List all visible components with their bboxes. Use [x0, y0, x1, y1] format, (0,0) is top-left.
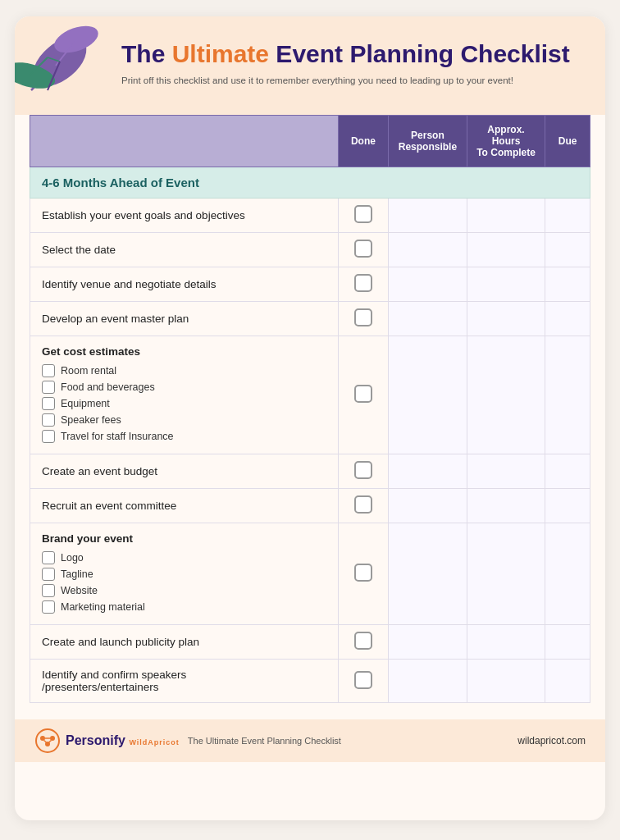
svg-line-13: [44, 741, 47, 743]
checklist-container: Done PersonResponsible Approx. HoursTo C…: [15, 115, 605, 718]
table-row: Identify venue and negotiate details: [30, 267, 590, 302]
due-cell: [545, 454, 590, 489]
done-checkbox[interactable]: [338, 199, 388, 233]
sub-item: Logo: [42, 550, 326, 566]
hours-cell: [467, 302, 545, 336]
table-row: Get cost estimates Room rental Food and …: [30, 336, 590, 454]
col-task: [30, 116, 339, 167]
section-header-row: 4-6 Months Ahead of Event: [30, 167, 590, 199]
sub-checkbox[interactable]: [42, 397, 55, 410]
checklist-table: Done PersonResponsible Approx. HoursTo C…: [30, 115, 590, 703]
done-checkbox[interactable]: [338, 336, 388, 454]
hours-cell: [467, 660, 545, 703]
due-cell: [545, 625, 590, 660]
sub-checkbox[interactable]: [42, 600, 55, 614]
sub-item: Tagline: [42, 566, 326, 582]
person-cell: [389, 267, 467, 302]
done-checkbox[interactable]: [338, 660, 388, 703]
table-row: Select the date: [30, 233, 590, 267]
table-row: Recruit an event committee: [30, 489, 590, 523]
sub-item: Speaker fees: [42, 412, 326, 428]
done-checkbox[interactable]: [338, 489, 388, 523]
due-cell: [545, 523, 590, 625]
due-cell: [545, 233, 590, 267]
sub-checkbox[interactable]: [42, 364, 55, 377]
section-header-label: 4-6 Months Ahead of Event: [30, 167, 590, 199]
header-title: The Ultimate Event Planning Checklist: [121, 39, 572, 69]
person-cell: [389, 233, 467, 267]
sub-item: Food and beverages: [42, 379, 326, 395]
sub-checkbox[interactable]: [42, 584, 55, 597]
person-cell: [389, 625, 467, 660]
done-checkbox[interactable]: [338, 625, 388, 660]
due-cell: [545, 199, 590, 233]
task-label: Recruit an event committee: [30, 489, 339, 523]
sub-checkbox[interactable]: [42, 381, 55, 394]
sub-checkbox[interactable]: [42, 413, 55, 427]
col-due: Due: [545, 116, 590, 167]
footer-logo: Personify WildApricot: [34, 728, 180, 754]
footer-url: wildapricot.com: [517, 735, 586, 746]
hours-cell: [467, 199, 545, 233]
done-checkbox[interactable]: [338, 233, 388, 267]
header-subtitle: Print off this checklist and use it to r…: [121, 75, 572, 85]
col-person: PersonResponsible: [389, 116, 467, 167]
person-cell: [389, 660, 467, 703]
table-row: Create an event budget: [30, 454, 590, 489]
person-cell: [389, 489, 467, 523]
person-cell: [389, 302, 467, 336]
due-cell: [545, 302, 590, 336]
main-task-label: Brand your event: [42, 532, 326, 545]
hours-cell: [467, 454, 545, 489]
sub-item: Travel for staff Insurance: [42, 428, 326, 445]
table-row: Create and launch publicity plan: [30, 625, 590, 660]
person-cell: [389, 199, 467, 233]
done-checkbox[interactable]: [338, 523, 388, 625]
task-label: Select the date: [30, 233, 339, 267]
sub-checkbox[interactable]: [42, 551, 55, 564]
due-cell: [545, 267, 590, 302]
svg-point-8: [36, 729, 59, 752]
done-checkbox[interactable]: [338, 267, 388, 302]
sub-checkbox[interactable]: [42, 430, 55, 443]
footer-brand-sub: WildApricot: [129, 738, 179, 746]
task-label: Create an event budget: [30, 454, 339, 489]
footer-doc-title: The Ultimate Event Planning Checklist: [188, 736, 341, 746]
main-task-label: Get cost estimates: [42, 345, 326, 358]
task-label: Identify venue and negotiate details: [30, 267, 339, 302]
page-container: The Ultimate Event Planning Checklist Pr…: [15, 16, 605, 820]
table-row: Develop an event master plan: [30, 302, 590, 336]
column-header-row: Done PersonResponsible Approx. HoursTo C…: [30, 116, 590, 167]
sub-item: Equipment: [42, 395, 326, 412]
sub-item: Marketing material: [42, 599, 326, 615]
done-checkbox[interactable]: [338, 302, 388, 336]
footer-brand-block: Personify WildApricot: [66, 733, 180, 748]
leaf-decoration: [15, 16, 121, 115]
task-label: Identify and confirm speakers/presenters…: [30, 660, 339, 703]
hours-cell: [467, 267, 545, 302]
person-cell: [389, 523, 467, 625]
header: The Ultimate Event Planning Checklist Pr…: [15, 16, 605, 115]
sub-item: Website: [42, 582, 326, 599]
sub-item: Room rental: [42, 363, 326, 379]
due-cell: [545, 660, 590, 703]
svg-line-14: [49, 741, 52, 743]
table-row: Brand your event Logo Tagline Website Ma…: [30, 523, 590, 625]
hours-cell: [467, 336, 545, 454]
task-label: Create and launch publicity plan: [30, 625, 339, 660]
col-done: Done: [338, 116, 388, 167]
footer: Personify WildApricot The Ultimate Event…: [15, 719, 605, 762]
task-label: Establish your event goals and objective…: [30, 199, 339, 233]
hours-cell: [467, 523, 545, 625]
sub-checkbox[interactable]: [42, 568, 55, 581]
task-cell-with-sub: Brand your event Logo Tagline Website Ma…: [30, 523, 339, 625]
hours-cell: [467, 233, 545, 267]
footer-left: Personify WildApricot The Ultimate Event…: [34, 728, 341, 754]
personify-logo-icon: [34, 728, 61, 754]
done-checkbox[interactable]: [338, 454, 388, 489]
person-cell: [389, 454, 467, 489]
col-hours: Approx. HoursTo Complete: [467, 116, 545, 167]
task-label: Develop an event master plan: [30, 302, 339, 336]
person-cell: [389, 336, 467, 454]
footer-brand-name: Personify: [66, 733, 125, 747]
